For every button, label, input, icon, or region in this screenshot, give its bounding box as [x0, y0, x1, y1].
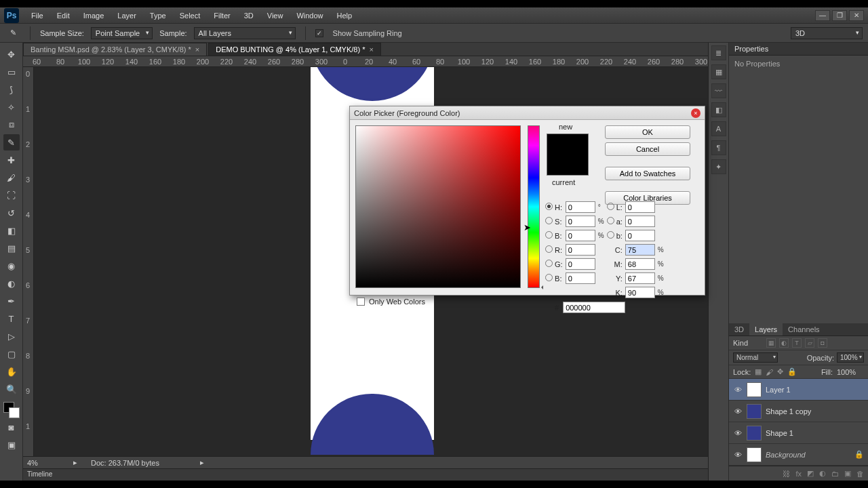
doc-tab-1[interactable]: DEMO BUNTING @ 4% (Layer 1, CMYK/8) *× — [208, 43, 381, 56]
sample-dropdown[interactable]: All Layers — [194, 27, 296, 39]
m-input[interactable] — [625, 258, 655, 270]
radio-g[interactable] — [545, 260, 553, 267]
bb-input[interactable] — [566, 272, 595, 284]
hex-input[interactable] — [563, 302, 625, 313]
marquee-tool[interactable]: ▭ — [3, 64, 20, 80]
radio-bb[interactable] — [545, 274, 553, 281]
filter-type-icon[interactable]: T — [792, 338, 802, 348]
bv-input[interactable] — [566, 230, 595, 241]
para-icon[interactable]: ¶ — [711, 140, 726, 155]
web-colors-checkbox[interactable] — [357, 298, 365, 306]
gradient-tool[interactable]: ▤ — [3, 240, 20, 256]
path-select-tool[interactable]: ▷ — [3, 328, 20, 344]
mask-icon[interactable]: ◩ — [807, 469, 814, 478]
actions-icon[interactable]: ▦ — [711, 64, 726, 79]
quickmask-tool[interactable]: ◙ — [3, 419, 20, 435]
type-tool[interactable]: T — [3, 310, 20, 327]
history-brush-tool[interactable]: ↺ — [3, 205, 20, 221]
blur-tool[interactable]: ◉ — [3, 258, 20, 274]
c-input[interactable] — [625, 244, 655, 256]
layer-row[interactable]: 👁Layer 1 — [729, 379, 868, 401]
window-minimize[interactable]: — — [815, 10, 830, 21]
fill-adj-icon[interactable]: ◐ — [819, 469, 826, 478]
color-field[interactable] — [355, 125, 521, 288]
layer-filter-kind[interactable]: Kind — [733, 339, 763, 347]
h-input[interactable] — [566, 201, 595, 213]
window-maximize[interactable]: ❐ — [832, 10, 847, 21]
menu-edit[interactable]: Edit — [50, 7, 77, 23]
filter-smart-icon[interactable]: ◘ — [818, 338, 827, 348]
wand-tool[interactable]: ✧ — [3, 99, 20, 115]
eraser-tool[interactable]: ◧ — [3, 222, 20, 239]
color-swatches[interactable] — [3, 402, 20, 418]
eye-icon[interactable]: 👁 — [733, 429, 743, 437]
dialog-close-button[interactable]: × — [691, 108, 701, 118]
menu-view[interactable]: View — [260, 7, 290, 23]
radio-h[interactable] — [545, 203, 553, 210]
menu-file[interactable]: File — [24, 7, 50, 23]
layer-row[interactable]: 👁Shape 1 — [729, 422, 868, 444]
lock-all-icon[interactable]: 🔒 — [787, 367, 797, 376]
radio-l[interactable] — [607, 203, 614, 210]
ok-button[interactable]: OK — [605, 125, 690, 139]
blend-mode[interactable]: Normal — [733, 352, 778, 363]
fx-icon[interactable]: fx — [795, 470, 802, 478]
tab-3d[interactable]: 3D — [729, 323, 749, 336]
heal-tool[interactable]: ✚ — [3, 152, 20, 168]
filter-adjust-icon[interactable]: ◐ — [779, 338, 789, 348]
layer-row[interactable]: 👁Background🔒 — [729, 444, 868, 466]
lock-pos-icon[interactable]: ✥ — [777, 367, 783, 376]
layer-row[interactable]: 👁Shape 1 copy — [729, 401, 868, 422]
tab-layers[interactable]: Layers — [749, 323, 783, 336]
crop-tool[interactable]: ⧈ — [3, 117, 20, 133]
menu-select[interactable]: Select — [173, 7, 208, 23]
radio-b[interactable] — [545, 231, 553, 239]
k-input[interactable] — [625, 287, 655, 298]
char-icon[interactable]: A — [711, 121, 726, 136]
radio-a[interactable] — [607, 217, 614, 224]
timeline-panel[interactable]: Timeline — [23, 468, 708, 481]
eye-icon[interactable]: 👁 — [733, 407, 743, 415]
move-tool[interactable]: ✥ — [3, 46, 20, 62]
cancel-button[interactable]: Cancel — [605, 142, 690, 156]
sample-size-dropdown[interactable]: Point Sample — [91, 27, 153, 39]
close-icon[interactable]: × — [195, 45, 199, 54]
hue-slider[interactable] — [528, 125, 540, 288]
stamp-tool[interactable]: ⛶ — [3, 187, 20, 203]
filter-pixel-icon[interactable]: ▦ — [766, 338, 776, 348]
eye-icon[interactable]: 👁 — [733, 451, 743, 459]
history-icon[interactable]: ≣ — [711, 45, 726, 60]
show-ring-checkbox[interactable]: ✓ — [315, 29, 323, 37]
menu-image[interactable]: Image — [77, 7, 111, 23]
window-close[interactable]: ✕ — [849, 10, 864, 21]
r-input[interactable] — [566, 244, 595, 256]
zoom-level[interactable]: 4% — [27, 459, 60, 467]
menu-3d[interactable]: 3D — [237, 7, 260, 23]
close-icon[interactable]: × — [369, 45, 373, 54]
menu-filter[interactable]: Filter — [207, 7, 237, 23]
brush-tool[interactable]: 🖌 — [3, 169, 20, 186]
labb-input[interactable] — [625, 230, 655, 241]
add-swatch-button[interactable]: Add to Swatches — [605, 167, 690, 180]
opacity-value[interactable]: 100% — [837, 352, 864, 363]
trash-icon[interactable]: 🗑 — [856, 470, 864, 478]
styles-icon[interactable]: ✦ — [711, 159, 726, 174]
menu-layer[interactable]: Layer — [111, 7, 143, 23]
brush-icon[interactable]: 〰 — [711, 83, 726, 98]
radio-r[interactable] — [545, 245, 553, 253]
eye-icon[interactable]: 👁 — [733, 386, 743, 394]
tab-channels[interactable]: Channels — [783, 323, 825, 336]
link-icon[interactable]: ⛓ — [783, 470, 790, 478]
lock-trans-icon[interactable]: ▦ — [755, 367, 762, 376]
zoom-tool[interactable]: 🔍 — [3, 381, 20, 397]
menu-type[interactable]: Type — [143, 7, 173, 23]
lasso-tool[interactable]: ⟆ — [3, 81, 20, 98]
eyedropper-tool[interactable]: ✎ — [3, 134, 20, 150]
pen-tool[interactable]: ✒ — [3, 293, 20, 309]
shape-tool[interactable]: ▢ — [3, 346, 20, 362]
dodge-tool[interactable]: ◐ — [3, 275, 20, 291]
3d-dropdown[interactable]: 3D — [791, 27, 863, 39]
a-input[interactable] — [625, 216, 655, 227]
fill-value[interactable]: 100% — [837, 368, 864, 376]
group-icon[interactable]: 🗀 — [831, 470, 839, 478]
